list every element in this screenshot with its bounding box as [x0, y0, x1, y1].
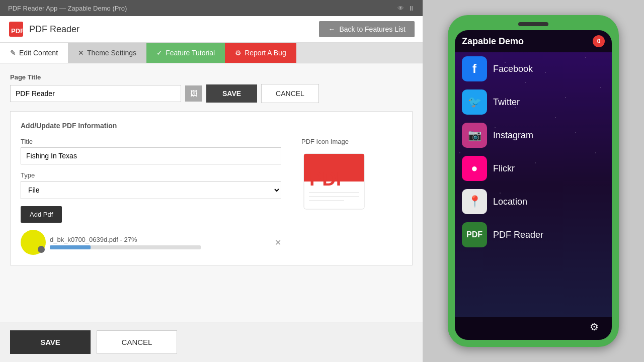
- flickr-label: Flickr: [493, 163, 515, 174]
- title-field-group: Title: [21, 138, 281, 164]
- image-icon: 🖼: [190, 89, 197, 98]
- cancel-button-bottom[interactable]: CANCEL: [97, 330, 177, 354]
- top-bar-title: PDF Reader App — Zapable Demo (Pro): [8, 5, 127, 12]
- pdf-section-title: Add/Update PDF Information: [21, 122, 402, 130]
- title-field-label: Title: [21, 138, 281, 145]
- tabs-bar: ✎ Edit Content ✕ Theme Settings ✓ Featur…: [0, 43, 423, 63]
- image-upload-button[interactable]: 🖼: [185, 85, 202, 102]
- page-title-section: Page Title 🖼 SAVE CANCEL: [10, 73, 413, 103]
- type-field-group: Type File URL: [21, 171, 281, 199]
- pdf-icon-large: PDF: [301, 151, 367, 212]
- tab-feature-tutorial[interactable]: ✓ Feature Tutorial: [146, 43, 225, 63]
- phone-app-list: f Facebook 🐦 Twitter 📷 Instagram: [455, 52, 612, 317]
- type-select[interactable]: File URL: [21, 181, 281, 199]
- check-icon: ✓: [156, 49, 163, 57]
- pdf-section: Add/Update PDF Information Title Type Fi…: [10, 111, 413, 265]
- twitter-label: Twitter: [493, 97, 520, 108]
- list-item: 📍 Location: [455, 185, 612, 218]
- content-area: Page Title 🖼 SAVE CANCEL Add/Update PDF …: [0, 63, 423, 322]
- tab-edit-content[interactable]: ✎ Edit Content: [0, 43, 68, 63]
- eye-icon: 👁: [397, 5, 404, 12]
- instagram-icon: 📷: [462, 123, 487, 148]
- phone-frame: Zapable Demo 0 f Facebook 🐦 Twitter: [448, 15, 619, 347]
- page-title-label: Page Title: [10, 73, 413, 81]
- save-button-top[interactable]: SAVE: [206, 84, 257, 103]
- feature-header: PDF PDF Reader ← Back to Features List: [0, 16, 423, 43]
- upload-filename: d_bk_k0700_0639d.pdf - 27%: [50, 236, 271, 243]
- tab-report-bug[interactable]: ⚙ Report A Bug: [225, 43, 296, 63]
- svg-text:PDF: PDF: [11, 27, 24, 35]
- location-label: Location: [493, 197, 527, 207]
- title-input[interactable]: [21, 147, 281, 164]
- type-field-label: Type: [21, 171, 281, 179]
- cancel-button-top[interactable]: CANCEL: [261, 84, 319, 103]
- tab-theme-settings[interactable]: ✕ Theme Settings: [68, 43, 146, 63]
- phone-bottom-bar: ⚙: [455, 317, 612, 340]
- icon-image-label: PDF Icon Image: [301, 138, 349, 145]
- list-item: 📷 Instagram: [455, 119, 612, 152]
- list-item: PDF PDF Reader: [455, 218, 612, 251]
- feature-title: PDF Reader: [29, 24, 79, 35]
- flickr-icon: ●: [462, 156, 487, 181]
- svg-text:PDF: PDF: [309, 168, 348, 190]
- twitter-icon: 🐦: [462, 89, 487, 115]
- list-item: 🐦 Twitter: [455, 85, 612, 119]
- bug-icon: ⚙: [235, 49, 242, 57]
- x-icon: ✕: [78, 49, 84, 57]
- edit-icon: ✎: [10, 49, 16, 57]
- location-icon: 📍: [462, 189, 487, 214]
- left-panel: PDF Reader App — Zapable Demo (Pro) 👁 ⏸ …: [0, 0, 423, 362]
- phone-screen: Zapable Demo 0 f Facebook 🐦 Twitter: [455, 30, 612, 340]
- list-item: f Facebook: [455, 52, 612, 85]
- pdf-small-icon: PDF: [8, 21, 24, 37]
- facebook-label: Facebook: [493, 64, 533, 74]
- cursor-indicator: [38, 246, 45, 253]
- back-arrow-icon: ←: [328, 25, 335, 33]
- upload-info: d_bk_k0700_0639d.pdf - 27%: [50, 236, 271, 249]
- top-bar-icons: 👁 ⏸: [397, 5, 415, 12]
- pause-icon: ⏸: [408, 5, 415, 12]
- back-to-features-button[interactable]: ← Back to Features List: [319, 21, 415, 37]
- pdf-reader-label: PDF Reader: [493, 230, 543, 240]
- facebook-icon: f: [462, 56, 487, 81]
- progress-bar-fill: [50, 245, 91, 249]
- feature-header-left: PDF PDF Reader: [8, 21, 79, 37]
- phone-header: Zapable Demo 0: [455, 30, 612, 52]
- upload-progress-row: d_bk_k0700_0639d.pdf - 27% ✕: [21, 230, 281, 255]
- progress-bar-background: [50, 245, 201, 249]
- close-upload-button[interactable]: ✕: [275, 238, 281, 247]
- top-bar: PDF Reader App — Zapable Demo (Pro) 👁 ⏸: [0, 0, 423, 16]
- bottom-buttons: SAVE CANCEL: [0, 322, 423, 362]
- instagram-label: Instagram: [493, 130, 533, 141]
- pdf-form-right: PDF Icon Image PDF: [301, 138, 402, 255]
- add-pdf-button[interactable]: Add Pdf: [21, 206, 62, 223]
- notification-badge: 0: [593, 35, 605, 47]
- settings-icon[interactable]: ⚙: [590, 321, 605, 336]
- page-title-input[interactable]: [10, 85, 181, 102]
- pdf-reader-app-icon: PDF: [462, 222, 487, 247]
- right-panel: Zapable Demo 0 f Facebook 🐦 Twitter: [423, 0, 644, 362]
- save-button-bottom[interactable]: SAVE: [10, 330, 91, 354]
- upload-spinner: [21, 230, 46, 255]
- phone-app-title: Zapable Demo: [462, 36, 524, 47]
- pdf-form-row: Title Type File URL Add Pdf: [21, 138, 402, 255]
- page-title-row: 🖼 SAVE CANCEL: [10, 84, 413, 103]
- pdf-form-left: Title Type File URL Add Pdf: [21, 138, 281, 255]
- phone-speaker: [518, 22, 548, 26]
- list-item: ● Flickr: [455, 152, 612, 185]
